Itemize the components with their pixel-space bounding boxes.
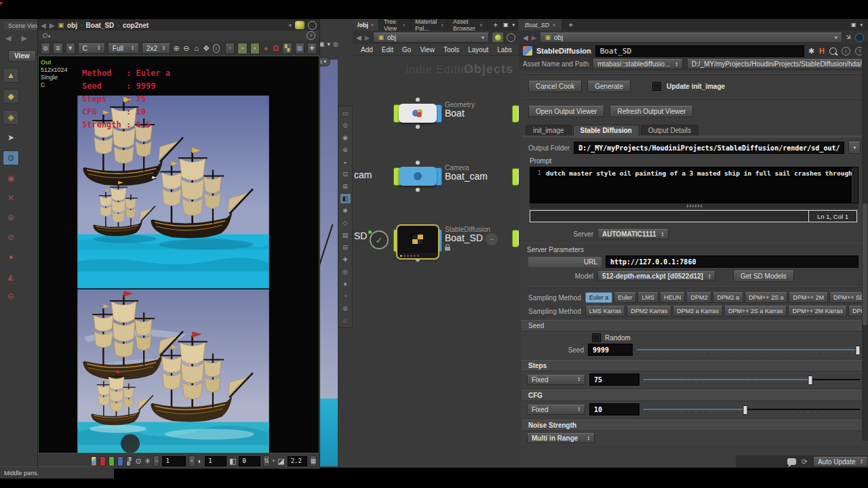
sampler-button[interactable]: DPM++ 2M (789, 292, 828, 303)
help-icon[interactable]: ◎ (333, 41, 338, 47)
tool-icon[interactable]: ◭ (3, 270, 18, 283)
sampler-button[interactable]: DPM2 (686, 292, 711, 303)
cop-viewport[interactable]: Out 512x1024 Single C Method : Euler aSe… (38, 56, 319, 453)
partial-node-right[interactable] (512, 104, 519, 122)
pin-icon[interactable]: ✈ (844, 32, 854, 43)
sampler-button[interactable]: DPM++ 2M Karras (788, 306, 847, 317)
cfg-section-header[interactable]: CFG (521, 390, 865, 401)
noise-strength-section-header[interactable]: Noise Strength (521, 420, 865, 431)
tab-output-details[interactable]: Output Details (641, 125, 698, 136)
tool-icon[interactable]: ⊙ (340, 121, 351, 130)
node-boat[interactable] (395, 104, 440, 123)
link-icon[interactable] (507, 33, 515, 42)
sampler-button[interactable]: DPM2 Karras (627, 306, 671, 317)
breadcrumb-cop2net[interactable]: cop2net (123, 22, 149, 29)
tab-init-image[interactable]: init_image (526, 125, 572, 136)
view-option-icon[interactable]: ▪ (250, 43, 260, 54)
contrast-icon[interactable]: ◐ (198, 457, 203, 465)
recook-icon[interactable]: ⟳ (802, 458, 808, 466)
node-name-input[interactable] (595, 45, 804, 57)
tab-obj[interactable]: /obj (353, 19, 379, 30)
sampler-button[interactable]: Euler (614, 292, 636, 303)
red-channel-icon[interactable] (100, 456, 106, 466)
tab-tree-view[interactable]: Tree View (379, 19, 410, 30)
auto-update-dropdown[interactable]: Auto Update (813, 457, 868, 467)
menu-item[interactable]: View (420, 46, 435, 54)
collapse-badge[interactable]: − (486, 233, 498, 245)
cancel-cook-button[interactable]: Cancel Cook (528, 81, 582, 92)
pane-maximize-icon[interactable]: ▣ (503, 22, 509, 28)
expand-icon[interactable]: ✚ (307, 43, 317, 54)
forward-icon[interactable]: ▶ (50, 22, 55, 29)
refresh-output-viewer-button[interactable]: Refresh Output Viewer (610, 106, 693, 117)
decrement-icon[interactable]: − (153, 455, 160, 467)
tool-icon[interactable]: ▲ (3, 68, 19, 83)
view-option-icon[interactable]: ▫ (225, 43, 235, 54)
ring-icon[interactable]: ⊙ (135, 457, 141, 466)
noise-mode-dropdown[interactable]: Multi in Range (527, 433, 595, 443)
cfg-field[interactable]: 10 (589, 403, 639, 415)
gamma-field[interactable]: 2.2 (288, 456, 307, 466)
steps-field[interactable]: 75 (589, 373, 639, 386)
tool-icon[interactable]: ◎ (340, 267, 351, 277)
cfg-slider[interactable] (644, 405, 860, 414)
view-menu-button[interactable]: View (8, 50, 36, 62)
tab-boat-sd[interactable]: Boat_SD (519, 19, 561, 30)
sampler-button[interactable]: DPM2 a (713, 292, 743, 303)
menu-item[interactable]: Add (361, 46, 373, 54)
sampler-button[interactable]: DPM++ 2S a (745, 292, 788, 303)
forward-icon[interactable]: ▶ (365, 34, 370, 41)
houdini-badge-icon[interactable]: H (819, 47, 825, 55)
dropdown-caret-icon[interactable]: ▾ (289, 22, 292, 28)
tool-icon[interactable]: ◈ (3, 110, 19, 125)
prompt-scrollbar[interactable] (852, 167, 858, 203)
sampler-button[interactable]: LMS Karras (585, 306, 626, 317)
menu-item[interactable]: Tools (443, 46, 459, 54)
dropdown-caret-icon[interactable]: ▾ (273, 458, 275, 464)
favorites-sphere-icon[interactable] (295, 21, 304, 29)
tool-icon[interactable]: ⊟ (340, 243, 351, 252)
sampler-button[interactable]: DPM++ 2S a Karras (724, 306, 787, 317)
tool-icon[interactable]: ◆ (3, 89, 19, 104)
tab-material-palette[interactable]: Material Pal... (410, 19, 448, 30)
offset-field[interactable]: 0 (239, 456, 260, 466)
asset-path-dropdown[interactable]: D:/_MY/myProjects/HoudiniProjects/Stable… (687, 59, 868, 69)
help-icon[interactable]: ? (307, 31, 315, 40)
grid-background-icon[interactable]: ▦ (295, 43, 304, 54)
tool-icon[interactable]: ▤ (340, 230, 351, 240)
network-path-dropdown[interactable]: ▣ obj (373, 33, 489, 43)
tool-icon[interactable]: ⊘ (3, 230, 18, 244)
pane-history-arrows[interactable]: ◀ ▶ (5, 34, 31, 43)
gamma-icon[interactable]: ◪ (277, 457, 284, 466)
steps-section-header[interactable]: Steps (521, 360, 865, 371)
forward-icon[interactable]: ▶ (532, 34, 537, 41)
random-checkbox[interactable] (592, 333, 601, 342)
steps-mode-dropdown[interactable]: Fixed (527, 375, 585, 385)
shoe-preview-icon[interactable]: ● (262, 44, 270, 52)
node-boat-cam[interactable] (395, 167, 440, 186)
update-init-checkbox[interactable] (652, 82, 661, 91)
back-icon[interactable]: ◀ (41, 22, 46, 29)
get-sd-models-button[interactable]: Get SD Models (733, 270, 794, 282)
tool-icon[interactable]: ● (340, 279, 351, 289)
new-tab-icon[interactable]: ＋ (561, 19, 580, 30)
checker-background-icon[interactable]: ▚ (282, 43, 292, 54)
link-icon[interactable] (308, 21, 317, 30)
parameter-scrollbar[interactable] (862, 41, 868, 441)
seed-field[interactable]: 9999 (588, 344, 633, 356)
info-icon[interactable]: i (213, 44, 220, 53)
histogram-icon[interactable]: ▼ (66, 43, 75, 54)
server-parameters-header[interactable]: Server Parameters (519, 243, 868, 255)
gear-icon[interactable]: ✱ (808, 47, 814, 56)
plane-dropdown[interactable]: C (78, 43, 105, 54)
node-boat-sd[interactable] (395, 228, 440, 253)
pane-maximize-icon[interactable]: ▣ (851, 22, 856, 28)
tool-icon[interactable]: ⊙ (3, 150, 19, 165)
tool-icon[interactable]: ▭ (340, 108, 351, 118)
tool-icon[interactable]: ✱ (340, 206, 351, 216)
partial-node-right[interactable] (512, 167, 519, 185)
model-dropdown[interactable]: 512-depth-ema.ckpt [d0522d12] (597, 271, 715, 281)
contrast-field[interactable]: 1 (205, 456, 226, 466)
tool-icon[interactable]: ➤ (3, 131, 18, 144)
tool-icon[interactable]: ✕ (3, 191, 18, 205)
